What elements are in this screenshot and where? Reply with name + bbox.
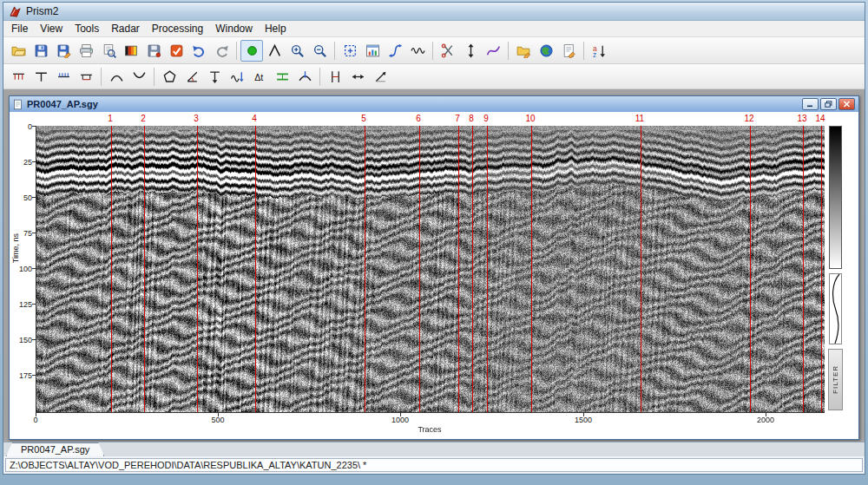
- time-zero-button[interactable]: [30, 66, 52, 88]
- zoom-out-button[interactable]: [308, 40, 331, 62]
- print-icon: [79, 43, 94, 58]
- cut-traces-button[interactable]: [437, 40, 459, 62]
- y-tickmark: [32, 304, 36, 305]
- save-button[interactable]: [30, 40, 52, 62]
- edit-notes-icon: [562, 43, 576, 58]
- menu-radar[interactable]: Radar: [105, 21, 146, 36]
- minimize-button[interactable]: [802, 98, 819, 110]
- horizontal-shift-button[interactable]: [346, 66, 369, 88]
- marker-line-7[interactable]: [458, 126, 459, 412]
- tab-pr0047-ap-sgy[interactable]: PR0047_AP.sgy: [6, 442, 104, 456]
- maximize-button[interactable]: [820, 98, 837, 110]
- cut-traces-icon: [441, 43, 456, 58]
- menu-file[interactable]: File: [5, 21, 34, 36]
- filter-button[interactable]: FILTER: [828, 349, 843, 410]
- stretch-vertical-button[interactable]: [459, 40, 482, 62]
- gain-lines-button[interactable]: [271, 66, 293, 88]
- save-project-button[interactable]: [142, 40, 165, 62]
- marker-label-6: 6: [416, 114, 421, 123]
- marker-line-4[interactable]: [255, 126, 256, 412]
- radargram-canvas[interactable]: [36, 126, 825, 412]
- slope-measure-icon: [373, 69, 388, 84]
- edit-folder-button[interactable]: [512, 40, 535, 62]
- marker-line-8[interactable]: [472, 126, 473, 412]
- undo-button[interactable]: [187, 40, 210, 62]
- marker-line-13[interactable]: [803, 126, 804, 412]
- record-toggle-icon: [245, 43, 260, 58]
- zoom-in-icon: [290, 43, 305, 58]
- marker-line-1[interactable]: [111, 126, 112, 412]
- redo-button[interactable]: [210, 40, 233, 62]
- trace-ruler-icon: [79, 69, 94, 84]
- marker-line-5[interactable]: [365, 126, 365, 412]
- print-preview-button[interactable]: [97, 40, 120, 62]
- globe-button[interactable]: [535, 40, 557, 62]
- menu-tools[interactable]: Tools: [69, 21, 105, 36]
- angle-measure-icon: [185, 69, 200, 84]
- polygon-button[interactable]: [158, 66, 181, 88]
- marker-line-6[interactable]: [419, 126, 420, 412]
- marker-line-2[interactable]: [144, 126, 145, 412]
- marker-line-3[interactable]: [197, 126, 198, 412]
- delta-t-button[interactable]: Δt: [248, 66, 271, 88]
- text-sort-button[interactable]: az: [588, 40, 610, 62]
- x-tick-1000: 1000: [391, 416, 409, 424]
- trace-ruler-button[interactable]: [75, 66, 97, 88]
- document-title-bar[interactable]: PR0047_AP.sgy: [10, 96, 858, 112]
- wavelet-button[interactable]: [263, 40, 286, 62]
- marker-line-14[interactable]: [821, 126, 822, 412]
- resample-button[interactable]: [384, 40, 406, 62]
- edit-notes-button[interactable]: [557, 40, 580, 62]
- gain-curve-widget[interactable]: [829, 273, 842, 344]
- x-tickmark: [400, 413, 401, 416]
- menu-help[interactable]: Help: [259, 21, 293, 36]
- x-tickmark: [218, 413, 219, 416]
- angle-measure-button[interactable]: [181, 66, 203, 88]
- close-button[interactable]: [838, 98, 855, 110]
- title-bar[interactable]: Prism2: [3, 3, 865, 21]
- depth-measure-icon: [207, 69, 222, 84]
- open-file-button[interactable]: [7, 40, 30, 62]
- fit-window-button[interactable]: [339, 40, 361, 62]
- menu-window[interactable]: Window: [209, 21, 259, 36]
- print-button[interactable]: [75, 40, 97, 62]
- marker-line-11[interactable]: [641, 126, 641, 412]
- status-path: Z:\OBJECTS\ALTAY\VOD_PEREHODI\DATA\RESPU…: [5, 458, 863, 472]
- menu-view[interactable]: View: [34, 21, 69, 36]
- arc-peak-button[interactable]: [293, 66, 316, 88]
- y-tickmark: [32, 197, 36, 198]
- radargram-plot[interactable]: [36, 126, 825, 413]
- amplitude-colorbar[interactable]: [829, 126, 842, 269]
- zoom-in-button[interactable]: [286, 40, 308, 62]
- y-tickmark: [32, 339, 36, 340]
- toolbar-separator: [319, 68, 320, 86]
- wave-pick-button[interactable]: [226, 66, 248, 88]
- vertical-ruler-button[interactable]: [324, 66, 346, 88]
- depth-measure-button[interactable]: [203, 66, 226, 88]
- time-zero-icon: [34, 69, 49, 84]
- arc-down-button[interactable]: [128, 66, 150, 88]
- marker-label-4: 4: [252, 114, 257, 123]
- chart-window-button[interactable]: [361, 40, 384, 62]
- marker-line-10[interactable]: [531, 126, 532, 412]
- apply-check-button[interactable]: [165, 40, 187, 62]
- slope-measure-button[interactable]: [369, 66, 391, 88]
- document-title: PR0047_AP.sgy: [27, 99, 98, 109]
- menu-processing[interactable]: Processing: [146, 21, 209, 36]
- marker-label-11: 11: [635, 114, 644, 123]
- trace-marks-button[interactable]: [52, 66, 75, 88]
- marker-line-9[interactable]: [487, 126, 488, 412]
- arc-up-button[interactable]: [105, 66, 128, 88]
- apply-check-icon: [169, 43, 184, 58]
- record-toggle-button[interactable]: [240, 40, 263, 62]
- marker-line-12[interactable]: [750, 126, 751, 412]
- save-as-button[interactable]: [52, 40, 75, 62]
- draw-curve-button[interactable]: [482, 40, 504, 62]
- wave-view-button[interactable]: [406, 40, 429, 62]
- color-palette-button[interactable]: [120, 40, 142, 62]
- wave-view-icon: [411, 43, 425, 58]
- y-tick-0: 0: [11, 122, 32, 131]
- undo-icon: [192, 43, 207, 58]
- time-axis-button[interactable]: [7, 66, 30, 88]
- radargram-view: 1234567891011121314 Time, ns Traces FILT…: [10, 112, 858, 439]
